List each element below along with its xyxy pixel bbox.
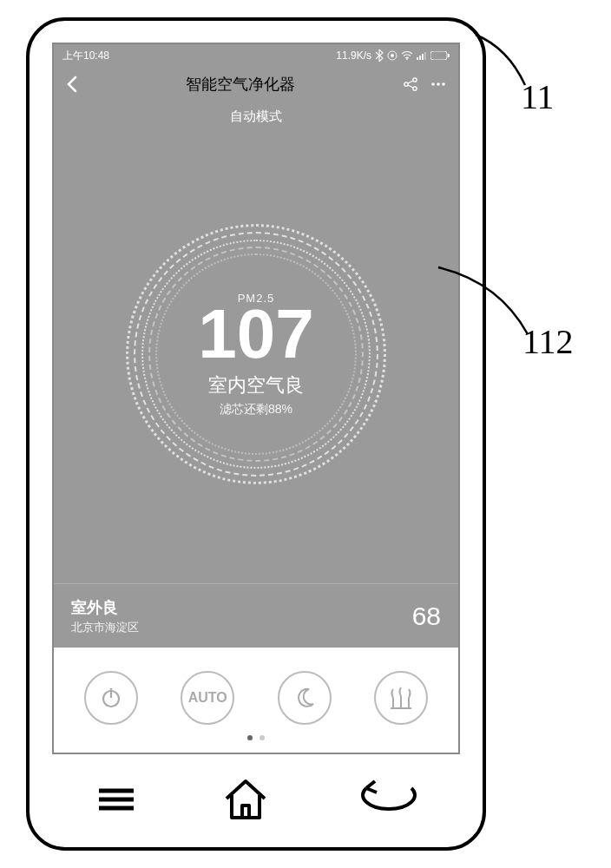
auto-label: AUTO xyxy=(188,690,227,706)
app-screen: 上午10:48 11.9K/s 智能空气净化器 自动模式 xyxy=(52,43,460,754)
page-dot-inactive xyxy=(260,735,265,740)
home-icon[interactable] xyxy=(221,778,270,821)
settings-icon xyxy=(387,50,397,61)
svg-rect-6 xyxy=(424,52,426,60)
outdoor-panel[interactable]: 室外良 北京市海淀区 68 xyxy=(54,583,458,648)
back-nav-icon[interactable] xyxy=(351,778,420,821)
status-speed: 11.9K/s xyxy=(336,49,371,62)
moon-icon xyxy=(293,687,316,709)
battery-icon xyxy=(430,51,450,60)
phone-frame: 上午10:48 11.9K/s 智能空气净化器 自动模式 xyxy=(26,17,486,851)
filter-remaining: 滤芯还剩88% xyxy=(220,402,292,418)
bluetooth-icon xyxy=(375,49,384,62)
outdoor-quality: 室外良 xyxy=(71,597,139,618)
pm25-label: PM2.5 xyxy=(238,292,275,305)
outdoor-location: 北京市海淀区 xyxy=(71,620,139,635)
fan-icon xyxy=(388,686,414,710)
svg-point-13 xyxy=(437,82,440,86)
share-icon[interactable] xyxy=(403,76,418,92)
menu-icon[interactable] xyxy=(92,782,141,817)
back-icon[interactable] xyxy=(66,76,78,93)
callout-112: 112 xyxy=(522,321,574,362)
pm-circle: PM2.5 107 室内空气良 滤芯还剩88% xyxy=(122,220,391,489)
outdoor-value: 68 xyxy=(412,602,441,631)
auto-button[interactable]: AUTO xyxy=(181,671,234,725)
page-dots xyxy=(54,735,458,753)
device-nav-bar xyxy=(52,765,460,834)
status-time: 上午10:48 xyxy=(62,49,109,63)
status-bar: 上午10:48 11.9K/s xyxy=(54,44,458,67)
signal-icon xyxy=(417,51,427,60)
svg-point-10 xyxy=(413,78,417,82)
power-button[interactable] xyxy=(84,671,138,725)
mode-label: 自动模式 xyxy=(54,108,458,125)
page-dot-active xyxy=(247,735,253,740)
controls-row: AUTO xyxy=(54,648,458,747)
svg-point-2 xyxy=(406,58,408,60)
night-button[interactable] xyxy=(278,671,332,725)
svg-rect-3 xyxy=(417,57,418,60)
favorite-button[interactable] xyxy=(374,671,428,725)
svg-rect-7 xyxy=(430,51,447,60)
svg-rect-4 xyxy=(419,56,421,60)
page-title: 智能空气净化器 xyxy=(186,74,295,95)
svg-point-12 xyxy=(431,82,435,86)
power-icon xyxy=(99,686,123,710)
callout-11: 11 xyxy=(521,76,555,117)
svg-point-11 xyxy=(413,87,417,90)
title-bar: 智能空气净化器 xyxy=(54,67,458,102)
status-right: 11.9K/s xyxy=(336,49,450,62)
svg-point-9 xyxy=(404,82,408,86)
wifi-icon xyxy=(401,51,413,60)
svg-point-14 xyxy=(442,82,445,86)
main-display: PM2.5 107 室内空气良 滤芯还剩88% xyxy=(54,125,458,583)
svg-rect-5 xyxy=(422,54,424,60)
svg-rect-8 xyxy=(448,54,450,57)
more-icon[interactable] xyxy=(430,82,446,87)
svg-point-1 xyxy=(391,54,394,57)
